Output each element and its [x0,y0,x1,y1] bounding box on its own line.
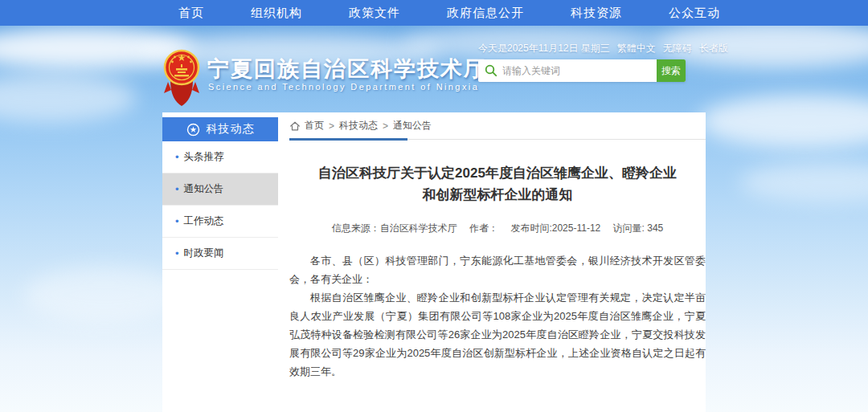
sidebar-title: 科技动态 [207,122,255,137]
sidebar-item-headline-recommend[interactable]: • 头条推荐 [162,141,278,173]
sidebar: 科技动态 • 头条推荐 • 通知公告 • 工作动态 • 时政要闻 [162,112,278,270]
cloud-decoration [739,162,868,202]
top-nav: 首页 组织机构 政策文件 政府信息公开 科技资源 公众互动 [0,0,868,26]
cloud-decoration [24,267,185,323]
current-date-text: 今天是2025年11月12日 星期三 [478,42,610,55]
article-meta: 信息来源：自治区科学技术厅 作者： 发布时间:2025-11-12 访问量: 3… [289,222,706,235]
header-utility-bar: 今天是2025年11月12日 星期三 繁體中文 无障碍 长者版 [478,42,694,55]
site-subtitle: Science and Technology Department of Nin… [208,82,479,92]
article-paragraph: 各市、县（区）科技管理部门，宁东能源化工基地管委会，银川经济技术开发区管委会，各… [289,251,706,288]
bullet-icon: • [175,183,179,195]
search-input[interactable] [502,59,657,82]
sidebar-header: 科技动态 [162,117,278,141]
accessibility-link[interactable]: 无障碍 [663,42,692,55]
sidebar-menu: • 头条推荐 • 通知公告 • 工作动态 • 时政要闻 [162,141,278,270]
nav-item-gov-info-disclosure[interactable]: 政府信息公开 [447,6,524,21]
meta-source: 信息来源：自治区科学技术厅 [332,222,457,234]
sidebar-item-label: 工作动态 [184,214,224,228]
nav-item-home[interactable]: 首页 [178,6,204,21]
main-content: 首页 > 科技动态 > 通知公告 自治区科技厅关于认定2025年度自治区雏鹰企业… [289,112,706,412]
page: 首页 组织机构 政策文件 政府信息公开 科技资源 公众互动 [0,0,868,412]
bullet-icon: • [175,247,179,259]
bullet-icon: • [175,151,179,163]
breadcrumb-notices[interactable]: 通知公告 [393,119,432,133]
site-header: 宁夏回族自治区科学技术厅 Science and Technology Depa… [0,26,868,112]
breadcrumb-separator: > [383,120,388,132]
site-title: 宁夏回族自治区科学技术厅 [207,55,487,84]
article-title-line1: 自治区科技厅关于认定2025年度自治区雏鹰企业、瞪羚企业 [289,162,706,184]
meta-author: 作者： [469,222,498,234]
article-paragraph: 根据自治区雏鹰企业、瞪羚企业和创新型标杆企业认定管理有关规定，决定认定半亩良人农… [289,288,706,381]
nav-item-policy-documents[interactable]: 政策文件 [349,6,400,21]
bullet-icon: • [175,215,179,227]
breadcrumb-home[interactable]: 首页 [305,119,324,133]
elderly-version-link[interactable]: 长者版 [699,42,728,55]
home-icon [289,120,301,132]
breadcrumb: 首页 > 科技动态 > 通知公告 [289,112,706,140]
breadcrumb-tech-news[interactable]: 科技动态 [339,119,378,133]
breadcrumb-accent-underline [289,138,407,141]
search-button[interactable]: 搜索 [657,59,686,82]
sidebar-item-work-updates[interactable]: • 工作动态 [162,206,278,238]
article-title: 自治区科技厅关于认定2025年度自治区雏鹰企业、瞪羚企业 和创新型标杆企业的通知 [289,162,706,206]
content-wrapper: 科技动态 • 头条推荐 • 通知公告 • 工作动态 • 时政要闻 [162,112,706,412]
national-emblem-logo [162,47,201,108]
search-icon [485,64,497,77]
search-bar: 搜索 [478,59,686,82]
nav-item-tech-resources[interactable]: 科技资源 [571,6,622,21]
meta-visit-count: 访问量: 345 [613,222,664,234]
article-title-line2: 和创新型标杆企业的通知 [289,184,706,206]
sidebar-item-label: 通知公告 [184,182,224,196]
sidebar-item-label: 头条推荐 [184,150,224,164]
meta-publish-time: 发布时间:2025-11-12 [510,222,600,234]
article-body: 各市、县（区）科技管理部门，宁东能源化工基地管委会，银川经济技术开发区管委会，各… [289,251,706,381]
article: 自治区科技厅关于认定2025年度自治区雏鹰企业、瞪羚企业 和创新型标杆企业的通知… [289,140,706,412]
nav-item-public-interaction[interactable]: 公众互动 [669,6,720,21]
sidebar-item-label: 时政要闻 [184,247,224,260]
breadcrumb-separator: > [329,120,334,132]
traditional-chinese-link[interactable]: 繁體中文 [617,42,656,55]
nav-item-organization[interactable]: 组织机构 [251,6,302,21]
sidebar-item-notices[interactable]: • 通知公告 [162,173,278,206]
circled-star-icon [186,123,200,137]
sidebar-item-current-politics[interactable]: • 时政要闻 [162,238,278,270]
